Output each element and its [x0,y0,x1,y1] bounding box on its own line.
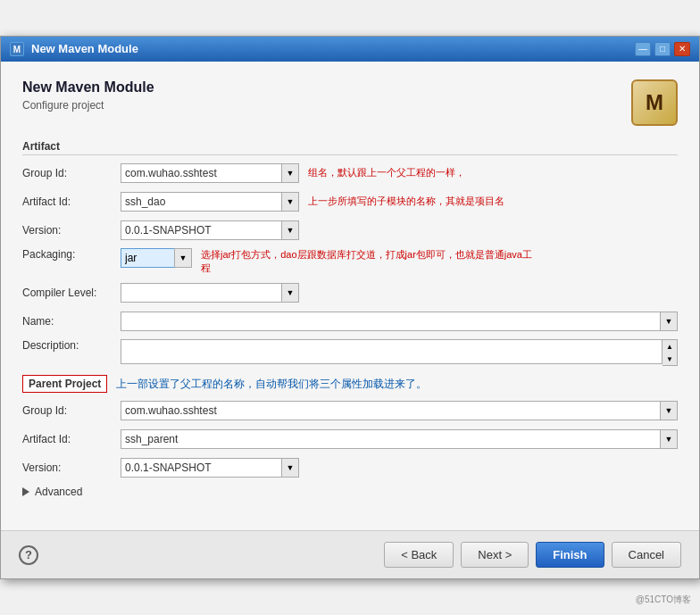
dialog-header: New Maven Module Configure project M [22,79,678,126]
version-combo: ▼ [121,220,299,240]
group-id-input[interactable] [121,163,281,183]
maximize-button[interactable]: □ [654,42,671,56]
artifact-id-label: Artifact Id: [22,195,121,208]
next-button[interactable]: Next > [461,542,529,568]
parent-group-id-input[interactable] [121,401,660,420]
dialog-body: New Maven Module Configure project M Art… [1,62,699,531]
artifact-id-input[interactable] [121,192,281,212]
group-id-combo: ▼ [121,163,299,183]
group-id-dropdown[interactable]: ▼ [281,163,299,183]
compiler-level-row: Compiler Level: ▼ [22,282,678,303]
spin-down-button[interactable]: ▼ [662,353,677,365]
name-row: Name: ▼ [22,311,678,332]
cancel-button[interactable]: Cancel [612,542,681,568]
parent-annotation: 上一部设置了父工程的名称，自动帮我们将三个属性加载进来了。 [116,377,427,392]
artifact-id-control: ▼ 上一步所填写的子模块的名称，其就是项目名 [121,192,678,212]
description-control: ▲ ▼ [121,339,678,366]
footer-buttons: < Back Next > Finish Cancel [384,542,681,568]
parent-group-id-combo: ▼ [121,401,678,420]
close-button[interactable]: ✕ [674,42,690,56]
version-dropdown[interactable]: ▼ [281,220,299,240]
parent-version-combo: ▼ [121,458,299,478]
packaging-control: ▼ [121,248,192,268]
description-spinner: ▲ ▼ [662,339,678,366]
group-id-row: Group Id: ▼ 组名，默认跟上一个父工程的一样， [22,162,678,184]
parent-project-section: Parent Project 上一部设置了父工程的名称，自动帮我们将三个属性加载… [22,375,678,478]
parent-version-control: ▼ [121,458,678,478]
packaging-label: Packaging: [22,248,121,261]
footer-left: ? [19,545,38,565]
dialog-footer: ? < Back Next > Finish Cancel [1,530,699,578]
name-combo: ▼ [121,312,678,331]
minimize-button[interactable]: — [635,42,651,56]
title-bar-left: M New Maven Module [10,42,138,56]
packaging-row: Packaging: ▼ 选择jar打包方式，dao层跟数据库打交道，打成jar… [22,248,678,276]
parent-version-input[interactable] [121,458,281,478]
artifact-id-combo: ▼ [121,192,299,212]
artifact-id-annotation: 上一步所填写的子模块的名称，其就是项目名 [308,195,504,208]
group-id-label: Group Id: [22,167,121,179]
version-row: Version: ▼ [22,220,678,241]
name-input[interactable] [121,312,660,331]
spin-up-button[interactable]: ▲ [662,340,677,353]
description-row: Description: ▲ ▼ [22,339,678,366]
compiler-level-label: Compiler Level: [22,287,121,299]
version-control: ▼ [121,220,678,240]
watermark: @51CTO博客 [636,594,691,606]
title-controls: — □ ✕ [635,42,690,56]
dialog-subtitle: Configure project [22,99,154,112]
packaging-dropdown[interactable]: ▼ [174,248,192,268]
name-control: ▼ [121,312,678,331]
name-label: Name: [22,315,121,328]
parent-version-row: Version: ▼ [22,457,678,478]
dialog-header-left: New Maven Module Configure project [22,79,154,112]
version-label: Version: [22,224,121,237]
artifact-id-dropdown[interactable]: ▼ [281,192,299,212]
advanced-label: Advanced [35,486,82,498]
parent-artifact-id-input[interactable] [121,429,660,449]
parent-project-header: Parent Project 上一部设置了父工程的名称，自动帮我们将三个属性加载… [22,375,678,393]
title-bar: M New Maven Module — □ ✕ [1,37,699,62]
artifact-id-row: Artifact Id: ▼ 上一步所填写的子模块的名称，其就是项目名 [22,191,678,212]
parent-group-id-label: Group Id: [22,404,121,417]
description-label: Description: [22,339,121,352]
maven-icon: M [631,79,678,126]
name-dropdown[interactable]: ▼ [660,312,678,331]
parent-artifact-id-combo: ▼ [121,429,678,449]
packaging-input[interactable] [121,248,174,268]
parent-artifact-id-dropdown[interactable]: ▼ [660,429,678,449]
parent-group-id-dropdown[interactable]: ▼ [660,401,678,420]
parent-artifact-id-label: Artifact Id: [22,433,121,445]
group-id-control: ▼ 组名，默认跟上一个父工程的一样， [121,163,678,183]
parent-version-label: Version: [22,461,121,474]
parent-artifact-id-control: ▼ [121,429,678,449]
version-input[interactable] [121,220,281,240]
compiler-level-control: ▼ [121,283,678,303]
group-id-annotation: 组名，默认跟上一个父工程的一样， [308,166,465,179]
artifact-section-label: Artifact [22,140,678,155]
advanced-section: Advanced [22,486,678,498]
parent-group-id-control: ▼ [121,401,678,420]
packaging-annotation: 选择jar打包方式，dao层跟数据库打交道，打成jar包即可，也就是普通java… [201,248,540,276]
compiler-level-combo: ▼ [121,283,299,303]
description-textarea[interactable] [121,339,662,364]
dialog-title: New Maven Module [22,79,154,96]
parent-group-id-row: Group Id: ▼ [22,400,678,421]
compiler-level-dropdown[interactable]: ▼ [281,283,299,303]
parent-project-label: Parent Project [22,375,107,393]
help-button[interactable]: ? [19,545,38,565]
advanced-triangle-icon [22,487,29,496]
parent-artifact-id-row: Artifact Id: ▼ [22,428,678,450]
dialog-icon: M [10,42,24,56]
back-button[interactable]: < Back [384,542,454,568]
title-text: New Maven Module [31,42,138,55]
svg-text:M: M [13,45,21,54]
advanced-toggle[interactable]: Advanced [22,486,678,498]
compiler-level-input[interactable] [121,283,281,303]
finish-button[interactable]: Finish [536,542,604,568]
parent-version-dropdown[interactable]: ▼ [281,458,299,478]
dialog-window: M New Maven Module — □ ✕ New Maven Modul… [0,36,700,580]
